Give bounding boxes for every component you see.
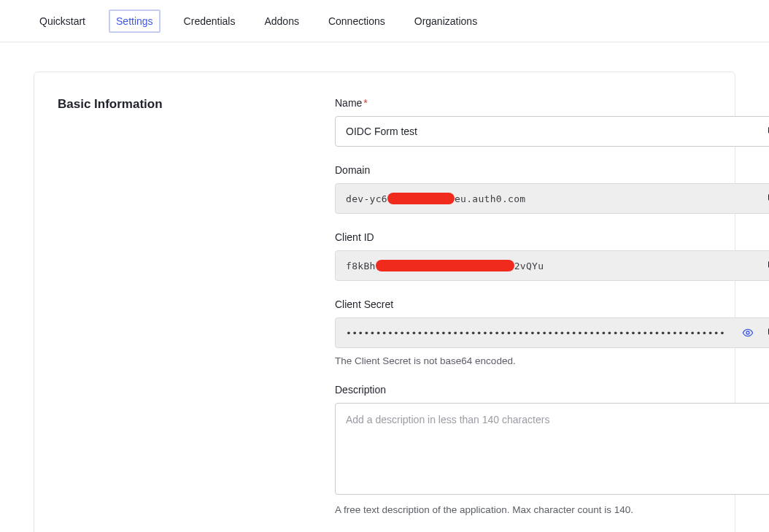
client-secret-label: Client Secret [335,298,769,310]
redacted-segment [387,193,455,204]
client-id-label: Client ID [335,231,769,243]
tab-settings[interactable]: Settings [109,9,161,33]
client-secret-help: The Client Secret is not base64 encoded. [335,355,769,366]
section-title: Basic Information [58,97,335,112]
name-input[interactable] [336,117,760,146]
tab-quickstart[interactable]: Quickstart [34,11,91,31]
copy-client-secret-button[interactable] [760,318,769,347]
client-id-input-wrap: f8kBh2vQYu [335,250,769,281]
client-id-value: f8kBh2vQYu [336,260,760,271]
tabs-bar: Quickstart Settings Credentials Addons C… [0,0,769,42]
name-label: Name* [335,97,769,109]
client-secret-input-wrap: ••••••••••••••••••••••••••••••••••••••••… [335,317,769,348]
svg-point-6 [746,331,749,334]
required-marker: * [363,97,367,109]
description-help: A free text description of the applicati… [335,504,769,515]
domain-input-wrap: dev-yc6eu.auth0.com [335,183,769,214]
copy-client-id-button[interactable] [760,251,769,280]
reveal-secret-button[interactable] [735,318,760,347]
copy-name-button[interactable] [760,117,769,146]
tab-addons[interactable]: Addons [258,11,304,31]
tab-credentials[interactable]: Credentials [178,11,241,31]
description-label: Description [335,384,769,396]
domain-label: Domain [335,164,769,176]
tab-connections[interactable]: Connections [322,11,391,31]
copy-domain-button[interactable] [760,184,769,213]
client-secret-value: ••••••••••••••••••••••••••••••••••••••••… [336,328,735,339]
redacted-segment [376,260,514,271]
name-input-wrap [335,116,769,147]
eye-icon [742,327,754,339]
tab-organizations[interactable]: Organizations [409,11,483,31]
basic-info-panel: Basic Information Name* Domain [34,72,735,532]
domain-value: dev-yc6eu.auth0.com [336,193,760,204]
description-textarea[interactable] [335,403,769,495]
